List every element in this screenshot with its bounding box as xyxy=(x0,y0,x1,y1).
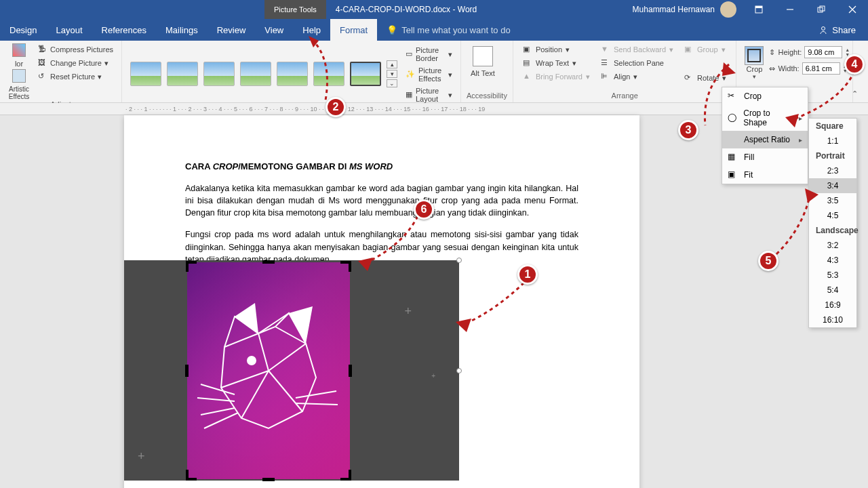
user-account[interactable]: Muhammad Hernawan xyxy=(633,1,743,18)
svg-line-11 xyxy=(224,333,258,347)
avatar-icon xyxy=(720,1,736,18)
tab-mailings[interactable]: Mailings xyxy=(156,19,208,41)
tab-layout[interactable]: Layout xyxy=(46,19,92,41)
height-input[interactable] xyxy=(804,46,842,58)
ratio-16-10[interactable]: 16:10 xyxy=(809,312,856,327)
crop-handle-br[interactable] xyxy=(340,470,351,481)
selection-pane-button[interactable]: ☰Selection Pane xyxy=(597,57,677,69)
style-thumb[interactable] xyxy=(167,62,198,86)
width-icon: ⇔ xyxy=(769,64,775,73)
style-thumb[interactable] xyxy=(313,62,344,86)
crop-handle-bl[interactable] xyxy=(186,470,197,481)
bring-forward-button[interactable]: ▲Bring Forward ▾ xyxy=(519,70,594,83)
picture-border-button[interactable]: ▭Picture Border ▾ xyxy=(403,45,455,64)
backward-icon: ▼ xyxy=(601,45,610,54)
tab-format[interactable]: Format xyxy=(330,19,377,41)
ratio-4-5[interactable]: 4:5 xyxy=(809,208,856,223)
annotation-badge-3: 3 xyxy=(678,120,698,140)
crop-handle-lm[interactable] xyxy=(185,365,189,377)
crop-handle-tl[interactable] xyxy=(186,261,197,272)
crop-region[interactable] xyxy=(187,262,350,479)
artistic-effects-button[interactable]: Artistic Effects xyxy=(5,69,33,100)
color-button[interactable]: lor xyxy=(5,43,33,68)
change-picture-button[interactable]: 🖼Change Picture ▾ xyxy=(35,57,116,69)
group-button[interactable]: ▣Group ▾ xyxy=(680,43,730,56)
svg-line-16 xyxy=(221,371,269,388)
tab-view[interactable]: View xyxy=(255,19,293,41)
maximize-button[interactable] xyxy=(806,0,837,19)
crop-menu-crop[interactable]: ✂Crop xyxy=(722,87,808,105)
svg-line-23 xyxy=(204,413,238,428)
share-icon xyxy=(818,25,828,35)
crop-handle-tm[interactable] xyxy=(262,260,275,264)
crop-menu-aspect-ratio[interactable]: Aspect Ratio▸ xyxy=(722,131,808,148)
group-label-arrange: Arrange xyxy=(519,92,731,101)
picture-crop-frame[interactable]: + + + xyxy=(124,260,459,481)
ratio-4-3[interactable]: 4:3 xyxy=(809,253,856,268)
svg-line-25 xyxy=(296,403,338,405)
crop-handle-tr[interactable] xyxy=(340,261,351,272)
picture-dimmed-area: + + + xyxy=(124,260,459,481)
style-thumb-selected[interactable] xyxy=(350,62,381,86)
chevron-down-icon: ▾ xyxy=(448,91,452,100)
cat-illustration-icon xyxy=(194,296,343,452)
gallery-more-button[interactable]: ▴▾⌄ xyxy=(387,60,397,87)
picture-layout-button[interactable]: ▦Picture Layout ▾ xyxy=(403,85,455,104)
contextual-tab-label: Picture Tools xyxy=(264,0,326,19)
picture-effects-button[interactable]: ✨Picture Effects ▾ xyxy=(403,65,455,84)
collapse-ribbon-button[interactable]: ⌃ xyxy=(852,89,864,99)
picture-styles-gallery[interactable]: ▴▾⌄ xyxy=(127,56,400,92)
plus-marker-icon: + xyxy=(138,449,145,464)
position-button[interactable]: ▣Position ▾ xyxy=(519,43,594,56)
ratio-2-3[interactable]: 2:3 xyxy=(809,163,856,178)
document-title: 4-CARA-CROP-DI-WORD.docx - Word xyxy=(326,5,486,14)
crop-icon: ✂ xyxy=(728,91,738,102)
crop-handle-rm[interactable] xyxy=(349,365,352,377)
crop-menu-fit[interactable]: ▣Fit xyxy=(722,166,808,184)
compress-pictures-button[interactable]: 🗜Compress Pictures xyxy=(35,43,116,56)
close-button[interactable] xyxy=(837,0,868,19)
crop-handle-bm[interactable] xyxy=(262,478,275,481)
ratio-header-square: Square xyxy=(809,119,856,134)
rotate-icon: ⟳ xyxy=(684,73,694,83)
ratio-3-2[interactable]: 3:2 xyxy=(809,238,856,253)
tell-me-search[interactable]: 💡 Tell me what you want to do xyxy=(377,19,519,41)
ratio-1-1[interactable]: 1:1 xyxy=(809,134,856,148)
share-button[interactable]: Share xyxy=(806,19,868,41)
width-input[interactable] xyxy=(802,62,840,75)
plus-marker-icon: + xyxy=(404,304,412,319)
ribbon-display-options-icon[interactable] xyxy=(743,0,774,19)
tab-review[interactable]: Review xyxy=(208,19,256,41)
style-thumb[interactable] xyxy=(240,62,271,86)
svg-line-18 xyxy=(241,371,269,418)
selection-handle[interactable] xyxy=(456,258,462,263)
crop-menu-fill[interactable]: ▦Fill xyxy=(722,148,808,166)
reset-picture-button[interactable]: ↺Reset Picture ▾ xyxy=(35,70,116,83)
style-thumb[interactable] xyxy=(277,62,308,86)
rotate-button[interactable]: ⟳Rotate ▾ xyxy=(680,72,730,84)
style-thumb[interactable] xyxy=(130,62,161,86)
group-label-accessibility: Accessibility xyxy=(467,92,507,101)
ratio-3-4[interactable]: 3:4 xyxy=(809,178,856,193)
crop-menu-shape[interactable]: ◯Crop to Shape▸ xyxy=(722,105,808,131)
selection-handle[interactable] xyxy=(456,368,462,373)
tab-references[interactable]: References xyxy=(92,19,156,41)
minimize-button[interactable] xyxy=(774,0,806,19)
wrap-text-button[interactable]: ▤Wrap Text ▾ xyxy=(519,57,594,69)
layout-icon: ▦ xyxy=(406,90,412,100)
aspect-ratio-submenu: Square 1:1 Portrait 2:3 3:4 3:5 4:5 Land… xyxy=(808,118,857,328)
tab-design[interactable]: Design xyxy=(0,19,46,41)
ratio-5-4[interactable]: 5:4 xyxy=(809,283,856,298)
selection-pane-icon: ☰ xyxy=(601,58,610,68)
tab-help[interactable]: Help xyxy=(293,19,330,41)
alt-text-button[interactable]: Alt Text xyxy=(467,43,499,80)
ratio-5-3[interactable]: 5:3 xyxy=(809,268,856,283)
crop-button[interactable]: Crop ▾ xyxy=(742,43,766,83)
ratio-3-5[interactable]: 3:5 xyxy=(809,193,856,208)
send-backward-button[interactable]: ▼Send Backward ▾ xyxy=(597,43,677,56)
chevron-down-icon: ▾ xyxy=(448,70,452,79)
align-button[interactable]: ⊫Align ▾ xyxy=(597,70,677,83)
style-thumb[interactable] xyxy=(203,62,235,86)
ratio-16-9[interactable]: 16:9 xyxy=(809,298,856,312)
chevron-down-icon: ▾ xyxy=(448,50,452,59)
